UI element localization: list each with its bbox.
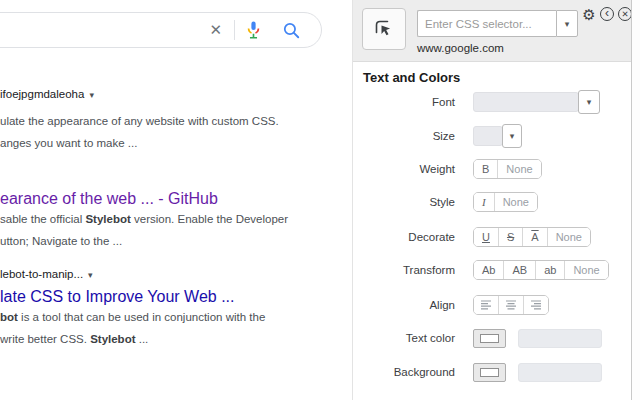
result-snippet: bot is a tool that can be used in conjun… (0, 306, 265, 350)
text-color-row: Text color (353, 321, 632, 355)
transform-label: Transform (353, 264, 455, 276)
clear-search-icon[interactable]: ✕ (197, 21, 234, 39)
decorate-none-button[interactable]: None (547, 228, 590, 246)
text-color-input[interactable] (518, 329, 602, 348)
size-label: Size (353, 130, 455, 142)
result-breadcrumb[interactable]: lebot-to-manip...▾ (0, 268, 93, 280)
font-row: Font ▾ (353, 85, 632, 119)
voice-search-icon[interactable] (235, 20, 272, 40)
background-row: Background (353, 355, 632, 389)
size-select[interactable] (473, 126, 503, 146)
search-input[interactable]: ✕ (0, 12, 322, 48)
css-selector-input[interactable] (417, 10, 556, 37)
background-label: Background (353, 366, 455, 378)
align-label: Align (353, 299, 455, 311)
inspect-icon (372, 17, 396, 41)
font-label: Font (353, 96, 455, 108)
weight-none-button[interactable]: None (497, 160, 540, 178)
size-row: Size ▾ (353, 119, 632, 153)
background-color-swatch[interactable] (473, 363, 506, 382)
text-color-swatch-preview (480, 334, 499, 343)
current-site-url: www.google.com (417, 42, 504, 54)
style-row: Style I None (353, 185, 632, 219)
settings-icon[interactable]: ⚙ (581, 6, 597, 22)
searchbar-icons: ✕ (197, 13, 311, 47)
panel-scrollbar[interactable] (631, 0, 640, 400)
align-right-icon[interactable] (523, 296, 548, 314)
css-editor-panel: ▾ ⚙ ‹ ✕ www.google.com Text and Colors F… (352, 0, 640, 400)
transform-row: Transform Ab AB ab None (353, 253, 632, 287)
weight-label: Weight (353, 163, 455, 175)
decorate-label: Decorate (353, 231, 455, 243)
selector-dropdown-button[interactable]: ▾ (556, 10, 578, 37)
search-results-page: ✕ if (0, 0, 352, 400)
result-breadcrumb[interactable]: ifoejpgmdaleoha▾ (0, 88, 94, 100)
align-row: Align (353, 288, 632, 322)
result-title-link[interactable]: earance of the web ... - GitHub (0, 190, 218, 208)
result-snippet: sable the official Stylebot version. Ena… (0, 208, 288, 252)
text-color-label: Text color (353, 332, 455, 344)
style-label: Style (353, 196, 455, 208)
breadcrumb-text: lebot-to-manip... (0, 268, 83, 280)
text-color-swatch[interactable] (473, 329, 506, 348)
style-none-button[interactable]: None (494, 193, 537, 211)
transform-capitalize-button[interactable]: Ab (474, 261, 503, 279)
transform-none-button[interactable]: None (564, 261, 607, 279)
chevron-down-icon[interactable]: ▾ (88, 270, 93, 280)
align-center-icon[interactable] (498, 296, 523, 314)
panel-header: ▾ ⚙ ‹ ✕ www.google.com (353, 0, 632, 62)
chevron-down-icon[interactable]: ▾ (89, 90, 94, 100)
weight-row: Weight B None (353, 152, 632, 186)
decorate-underline-button[interactable]: U (474, 228, 498, 246)
background-color-input[interactable] (518, 363, 602, 382)
back-icon[interactable]: ‹ (599, 6, 615, 22)
section-title: Text and Colors (363, 70, 460, 85)
size-dropdown-button[interactable]: ▾ (502, 124, 522, 148)
result-snippet: ulate the appearance of any website with… (0, 110, 279, 154)
transform-uppercase-button[interactable]: AB (503, 261, 535, 279)
select-element-button[interactable] (362, 8, 406, 50)
decorate-row: Decorate U S A None (353, 220, 632, 254)
style-italic-button[interactable]: I (474, 193, 494, 211)
weight-bold-button[interactable]: B (474, 160, 497, 178)
breadcrumb-text: ifoejpgmdaleoha (0, 88, 84, 100)
app-window: ✕ if (0, 0, 640, 400)
align-left-icon[interactable] (474, 296, 498, 314)
search-submit-icon[interactable] (272, 21, 311, 40)
decorate-strikethrough-button[interactable]: S (498, 228, 522, 246)
font-dropdown-button[interactable]: ▾ (578, 90, 600, 114)
transform-lowercase-button[interactable]: ab (535, 261, 564, 279)
decorate-overline-button[interactable]: A (522, 228, 546, 246)
background-swatch-preview (480, 368, 499, 377)
result-title-link[interactable]: late CSS to Improve Your Web ... (0, 288, 235, 306)
font-select[interactable] (473, 92, 579, 112)
